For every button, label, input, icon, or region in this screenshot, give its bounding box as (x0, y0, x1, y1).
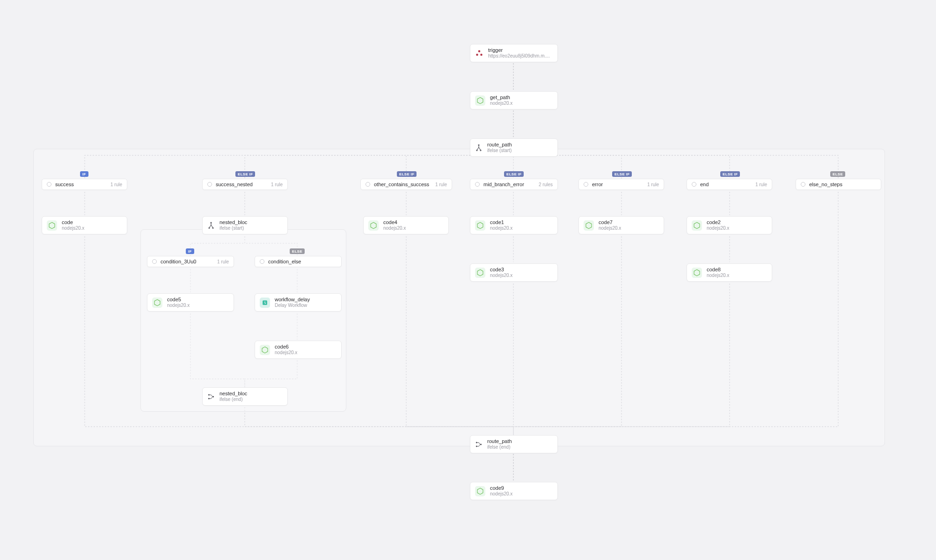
node-title: code1 (490, 219, 512, 225)
svg-point-25 (481, 444, 482, 445)
merge-icon (207, 393, 215, 400)
radio-icon (260, 259, 264, 264)
node-nested-bloc-end[interactable]: nested_blocifelse (end) (202, 387, 288, 406)
node-title: code (62, 219, 84, 225)
node-title: code9 (490, 485, 512, 491)
node-code2[interactable]: code2nodejs20.x (687, 216, 772, 234)
node-route-path-start[interactable]: route_path ifelse (start) (470, 138, 558, 157)
node-sub: ifelse (start) (219, 225, 247, 231)
cond-rules: 1 rule (755, 182, 767, 187)
svg-point-23 (476, 442, 477, 443)
node-sub: nodejs20.x (490, 491, 512, 497)
node-code9[interactable]: code9nodejs20.x (470, 482, 558, 500)
cond-other-contains-success[interactable]: other_contains_success 1 rule (360, 179, 452, 190)
node-sub: ifelse (end) (219, 397, 247, 402)
svg-marker-11 (371, 222, 376, 228)
node-sub: nodejs20.x (599, 225, 621, 231)
cond-else-no-steps[interactable]: else_no_steps (796, 179, 881, 190)
branch-icon (207, 222, 215, 229)
cond-label: error (592, 182, 644, 187)
node-code5[interactable]: code5nodejs20.x (147, 293, 234, 312)
radio-icon (366, 182, 370, 187)
svg-point-2 (478, 50, 481, 52)
node-sub: https://eo2euu8j5l09dhm.m.... (488, 53, 550, 59)
nodejs-icon (47, 220, 57, 231)
nodejs-icon (584, 220, 594, 231)
cond-end[interactable]: end 1 rule (687, 179, 772, 190)
cond-label: success (55, 182, 107, 187)
cond-success-nested[interactable]: success_nested 1 rule (202, 179, 288, 190)
node-title: code6 (275, 344, 297, 350)
radio-icon (475, 182, 480, 187)
pill-if: IF (186, 248, 194, 254)
svg-marker-13 (586, 222, 592, 228)
node-route-path-end[interactable]: route_pathifelse (end) (470, 435, 558, 453)
cond-label: condition_else (268, 259, 336, 264)
nodejs-icon (475, 486, 485, 496)
node-code[interactable]: codenodejs20.x (42, 216, 127, 234)
cond-condition-3uu0[interactable]: condition_3Uu0 1 rule (147, 256, 234, 267)
webhook-icon (475, 49, 483, 58)
nodejs-icon (475, 220, 485, 231)
nodejs-icon (692, 268, 702, 278)
cond-mid-branch-error[interactable]: mid_branch_error 2 rules (470, 179, 558, 190)
node-sub: Delay Workflow (275, 303, 310, 308)
node-get-path[interactable]: get_path nodejs20.x (470, 91, 558, 109)
cond-rules: 1 rule (435, 182, 447, 187)
node-trigger[interactable]: trigger https://eo2euu8j5l09dhm.m.... (470, 44, 558, 62)
pill-elseif: ELSE IF (504, 171, 524, 177)
node-sub: nodejs20.x (707, 225, 729, 231)
node-title: get_path (490, 95, 512, 101)
svg-marker-16 (694, 269, 700, 276)
node-title: code2 (707, 219, 729, 225)
svg-marker-19 (262, 347, 268, 353)
cond-label: condition_3Uu0 (161, 259, 213, 264)
node-title: route_path (487, 142, 512, 148)
svg-point-0 (476, 53, 478, 56)
node-title: code5 (167, 297, 190, 303)
node-title: workflow_delay (275, 297, 310, 303)
svg-point-20 (208, 394, 209, 395)
node-sub: nodejs20.x (490, 273, 512, 278)
cond-error[interactable]: error 1 rule (578, 179, 664, 190)
node-code6[interactable]: code6nodejs20.x (255, 341, 342, 359)
node-code8[interactable]: code8nodejs20.x (687, 263, 772, 282)
cond-label: other_contains_success (374, 182, 431, 187)
cond-rules: 1 rule (271, 182, 283, 187)
cond-label: mid_branch_error (483, 182, 535, 187)
node-workflow-delay[interactable]: workflow_delayDelay Workflow (255, 293, 342, 312)
cond-label: end (700, 182, 752, 187)
nodejs-icon (692, 220, 702, 231)
node-sub: ifelse (end) (487, 444, 512, 450)
nodejs-icon (152, 298, 162, 308)
node-code1[interactable]: code1nodejs20.x (470, 216, 558, 234)
nodejs-icon (475, 268, 485, 278)
radio-icon (584, 182, 588, 187)
node-nested-bloc-start[interactable]: nested_blocifelse (start) (202, 216, 288, 234)
node-title: trigger (488, 47, 550, 53)
pill-elseif: ELSE IF (612, 171, 632, 177)
node-sub: nodejs20.x (167, 303, 190, 308)
node-title: code3 (490, 267, 512, 273)
cond-condition-else[interactable]: condition_else (255, 256, 342, 267)
node-code3[interactable]: code3nodejs20.x (470, 263, 558, 282)
radio-icon (47, 182, 51, 187)
cond-rules: 1 rule (647, 182, 659, 187)
cond-rules: 2 rules (539, 182, 553, 187)
svg-marker-12 (477, 222, 483, 228)
node-title: nested_bloc (219, 219, 247, 225)
svg-marker-17 (154, 299, 160, 305)
svg-marker-14 (694, 222, 700, 228)
node-sub: nodejs20.x (62, 225, 84, 231)
pill-elseif: ELSE IF (235, 171, 255, 177)
nodejs-icon (260, 345, 270, 355)
cond-rules: 1 rule (217, 259, 229, 264)
node-title: code7 (599, 219, 621, 225)
node-code7[interactable]: code7nodejs20.x (578, 216, 664, 234)
cond-success[interactable]: success 1 rule (42, 179, 127, 190)
radio-icon (207, 182, 212, 187)
svg-point-22 (213, 396, 214, 397)
node-code4[interactable]: code4nodejs20.x (363, 216, 449, 234)
node-title: code4 (383, 219, 406, 225)
node-sub: nodejs20.x (707, 273, 729, 278)
